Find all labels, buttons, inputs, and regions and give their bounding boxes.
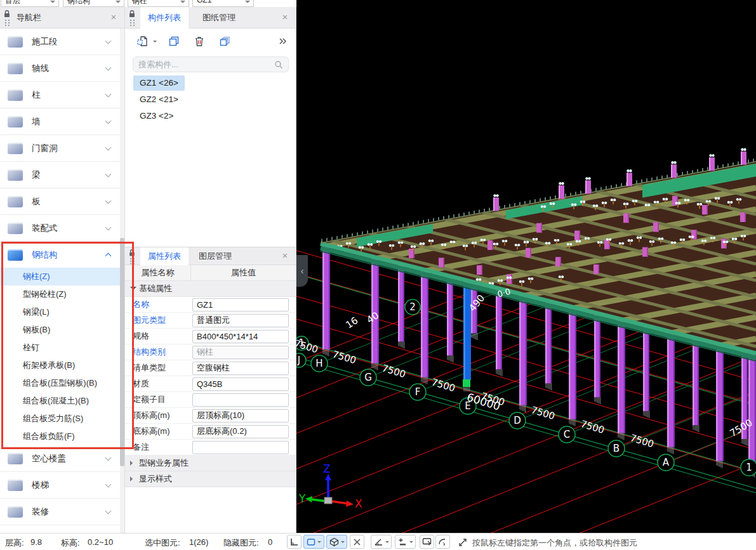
ortho-mode-button[interactable]: [287, 535, 302, 549]
sidebar-subitem-steel-plate[interactable]: 钢板(B): [0, 321, 121, 339]
prop-value-input[interactable]: [192, 346, 289, 359]
section-steel-business-properties[interactable]: 型钢业务属性: [125, 455, 296, 471]
sidebar-subitem-composite-deck-steel[interactable]: 组合板(压型钢板)(B): [0, 374, 121, 392]
panel-grip[interactable]: [0, 7, 14, 29]
tab-component-list[interactable]: 构件列表: [140, 7, 189, 29]
sidebar-subitem-steel-beam[interactable]: 钢梁(L): [0, 303, 121, 321]
sidebar-item-column[interactable]: 柱: [0, 82, 121, 108]
floor-deck: [296, 80, 756, 489]
column-icon: [8, 89, 23, 101]
sidebar-item-steel-structure[interactable]: 钢结构: [0, 242, 121, 268]
chevron-down-icon: [105, 224, 112, 230]
sidebar-item-hollow-floor[interactable]: 空心楼盖: [0, 445, 121, 472]
sidebar-item-beam[interactable]: 梁: [0, 162, 121, 188]
prop-label: 名称: [125, 299, 191, 310]
dimension-label: 7500: [331, 348, 358, 366]
close-icon[interactable]: ×: [279, 11, 291, 23]
sidebar-item-construction-section[interactable]: 施工段: [0, 29, 121, 55]
prefab-icon: [8, 223, 23, 234]
section-basic-properties[interactable]: 基础属性: [125, 281, 296, 297]
sidebar-item-label: 装配式: [32, 223, 106, 234]
sidebar-subitem-composite-negative-rebar[interactable]: 组合板负筋(F): [0, 428, 121, 445]
model-viewport[interactable]: HGFEDCBA121J7500750075007500750075007500…: [296, 0, 756, 533]
top-context-bar: 首层 钢结构 钢柱 GZ1: [0, 0, 296, 7]
component-toolbar: [125, 29, 296, 54]
sidebar-item-axis[interactable]: 轴线: [0, 55, 121, 82]
axis-bubble-C-text: C: [564, 429, 570, 440]
x-axis-label: X: [355, 497, 362, 510]
component-list-item[interactable]: GZ2 <21>: [133, 92, 185, 107]
steel-structure-icon: [8, 249, 23, 261]
close-icon[interactable]: ×: [279, 250, 291, 261]
sidebar-scrollbar[interactable]: [120, 29, 124, 533]
category-dropdown[interactable]: 钢结构: [63, 0, 124, 7]
chevron-down-icon: [409, 541, 413, 545]
delete-component-button[interactable]: [190, 32, 208, 50]
prop-value-input[interactable]: [192, 377, 289, 391]
angle-tool-button[interactable]: [371, 535, 392, 549]
sidebar-item-slab[interactable]: 板: [0, 188, 121, 215]
navigation-panel-title: 导航栏: [17, 12, 41, 23]
prop-value-input[interactable]: [192, 330, 289, 343]
sidebar-item-decoration[interactable]: 装修: [0, 499, 121, 525]
chevron-down-icon: [105, 37, 112, 44]
property-row: 规格: [125, 329, 296, 344]
prop-value-input[interactable]: [192, 441, 289, 454]
prop-value-input[interactable]: [192, 409, 289, 422]
new-component-button[interactable]: [133, 32, 151, 50]
prop-label: 材质: [125, 378, 191, 390]
trash-icon: [194, 36, 205, 47]
axis-bubble-1-right-text: 1: [746, 462, 752, 473]
sidebar-item-wall[interactable]: 墙: [0, 108, 121, 135]
sidebar-subitem-truss-deck[interactable]: 桁架楼承板(B): [0, 357, 121, 374]
scrollbar-thumb[interactable]: [120, 238, 124, 466]
component-list-item[interactable]: GZ3 <2>: [133, 108, 180, 124]
view-mode-button[interactable]: [326, 535, 347, 549]
panel-grip[interactable]: [125, 247, 139, 265]
prop-value-input[interactable]: [192, 298, 289, 311]
search-input[interactable]: [138, 60, 274, 69]
panel-grip[interactable]: [125, 7, 139, 29]
sidebar-subitem-stud[interactable]: 栓钉: [0, 339, 121, 357]
prop-label: 清单类型: [125, 362, 191, 374]
sidebar-subitem-composite-deck-concrete[interactable]: 组合板(混凝土)(B): [0, 392, 121, 410]
expand-toolbar-button[interactable]: [274, 32, 292, 50]
prop-value-input[interactable]: [192, 393, 289, 407]
new-component-dropdown[interactable]: [151, 32, 159, 50]
sidebar-subitem-composite-rebar[interactable]: 组合板受力筋(S): [0, 410, 121, 428]
prop-value-input[interactable]: [192, 314, 289, 327]
chevron-down-icon: [385, 541, 389, 545]
tab-layer-management[interactable]: 图层管理: [191, 247, 239, 265]
type-dropdown[interactable]: 钢柱: [128, 0, 189, 7]
type-dropdown-label: 钢柱: [132, 0, 147, 6]
prop-value-input[interactable]: [192, 362, 289, 375]
copy-component-button[interactable]: [165, 32, 183, 50]
sidebar-item-label: 钢结构: [32, 249, 106, 261]
sidebar-subitem-steel-column[interactable]: 钢柱(Z): [0, 268, 121, 285]
resize-arrows-icon: [457, 537, 468, 548]
prop-label: 底标高(m): [125, 426, 191, 437]
selected-steel-column[interactable]: [463, 279, 471, 391]
tab-property-list[interactable]: 属性列表: [140, 247, 189, 265]
properties-panel-header: 属性列表 图层管理 ×: [125, 247, 296, 265]
lock-icon: [3, 10, 11, 18]
prop-value-input[interactable]: [192, 425, 289, 438]
arc-tool-button[interactable]: [435, 535, 450, 549]
sidebar-item-opening[interactable]: 门窗洞: [0, 135, 121, 162]
sidebar-item-prefab[interactable]: 装配式: [0, 215, 121, 242]
coordinate-input-button[interactable]: [395, 535, 416, 549]
axis-bubble-A-text: A: [663, 457, 670, 468]
clear-selection-button[interactable]: [350, 535, 364, 549]
floor-dropdown[interactable]: 首层: [1, 0, 59, 7]
component-list-item[interactable]: GZ1 <26>: [133, 75, 185, 91]
screen-pick-button[interactable]: [420, 535, 434, 549]
section-display-style[interactable]: 显示样式: [125, 471, 296, 487]
tab-drawing-management[interactable]: 图纸管理: [195, 7, 243, 29]
panel-collapse-handle[interactable]: ‹: [296, 255, 308, 287]
selection-mode-button[interactable]: [303, 535, 324, 549]
batch-copy-button[interactable]: [216, 32, 234, 50]
sidebar-subitem-src-column[interactable]: 型钢砼柱(Z): [0, 285, 121, 303]
close-icon[interactable]: ×: [108, 11, 119, 23]
sidebar-item-stairs[interactable]: 楼梯: [0, 472, 121, 499]
element-dropdown[interactable]: GZ1: [192, 0, 254, 7]
